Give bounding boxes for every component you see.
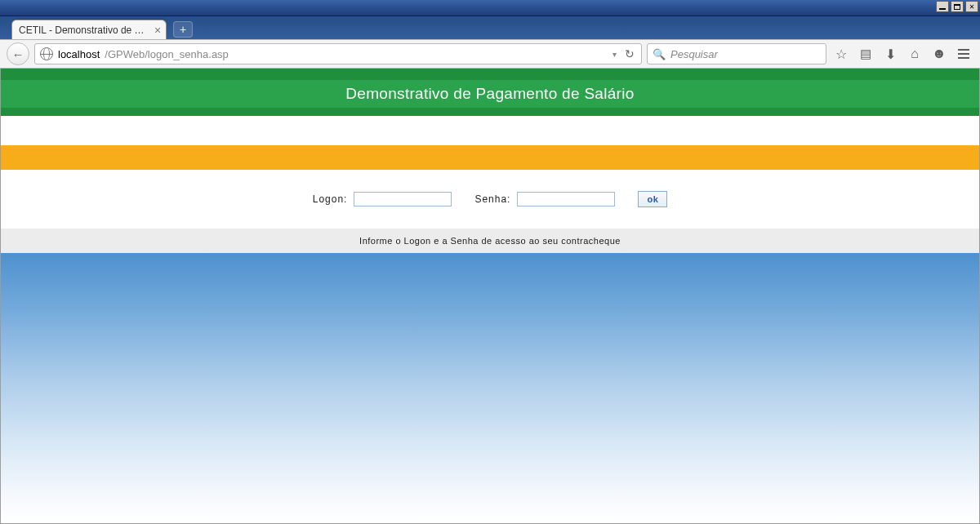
search-icon: 🔍 bbox=[653, 48, 666, 60]
browser-tabstrip: CETIL - Demonstrativo de Pageme... × + bbox=[0, 16, 980, 39]
login-form: Logon: Senha: ok bbox=[1, 170, 979, 229]
chat-icon[interactable]: ☻ bbox=[929, 44, 949, 64]
window-close-button[interactable]: ✕ bbox=[965, 1, 978, 12]
reading-list-icon[interactable]: ▤ bbox=[856, 44, 875, 64]
url-host: localhost bbox=[58, 48, 100, 60]
search-bar[interactable]: 🔍 bbox=[647, 43, 826, 64]
hint-bar: Informe o Logon e a Senha de acesso ao s… bbox=[1, 229, 979, 253]
search-input[interactable] bbox=[670, 48, 821, 60]
arrow-left-icon: ← bbox=[12, 47, 24, 61]
hamburger-icon bbox=[958, 49, 969, 59]
logon-label: Logon: bbox=[313, 193, 348, 205]
url-bar[interactable]: localhost/GPWeb/logon_senha.asp ▾ ↻ bbox=[34, 43, 642, 64]
logon-input[interactable] bbox=[354, 192, 452, 206]
globe-icon bbox=[40, 47, 53, 60]
header-band-bottom bbox=[1, 108, 979, 116]
spacer-white bbox=[1, 116, 979, 145]
downloads-icon[interactable]: ⬇ bbox=[880, 44, 900, 64]
menu-button[interactable] bbox=[954, 44, 973, 64]
home-icon[interactable]: ⌂ bbox=[905, 44, 924, 64]
window-maximize-button[interactable] bbox=[951, 1, 964, 12]
browser-toolbar: ← localhost/GPWeb/logon_senha.asp ▾ ↻ 🔍 … bbox=[0, 39, 980, 69]
hint-text: Informe o Logon e a Senha de acesso ao s… bbox=[359, 236, 621, 246]
page-title: Demonstrativo de Pagamento de Salário bbox=[345, 85, 634, 103]
url-path: /GPWeb/logon_senha.asp bbox=[105, 48, 229, 60]
new-tab-button[interactable]: + bbox=[173, 21, 193, 38]
window-controls: ✕ bbox=[936, 0, 980, 12]
nav-back-button[interactable]: ← bbox=[7, 42, 29, 65]
senha-label: Senha: bbox=[474, 193, 510, 205]
browser-tab-active[interactable]: CETIL - Demonstrativo de Pageme... × bbox=[11, 20, 167, 39]
senha-field-group: Senha: bbox=[474, 192, 615, 206]
submit-button[interactable]: ok bbox=[638, 191, 667, 207]
tab-close-icon[interactable]: × bbox=[154, 24, 161, 36]
page-title-band: Demonstrativo de Pagamento de Salário bbox=[1, 80, 979, 108]
browser-tab-title: CETIL - Demonstrativo de Pageme... bbox=[19, 24, 149, 36]
page-content: Demonstrativo de Pagamento de Salário Lo… bbox=[0, 69, 980, 524]
window-minimize-button[interactable] bbox=[936, 1, 949, 12]
header-band-top bbox=[1, 69, 979, 80]
url-dropdown-icon[interactable]: ▾ bbox=[611, 50, 618, 59]
yellow-band bbox=[1, 145, 979, 170]
reload-icon[interactable]: ↻ bbox=[623, 47, 636, 60]
background-gradient bbox=[1, 253, 979, 523]
logon-field-group: Logon: bbox=[313, 192, 452, 206]
window-titlebar: ✕ bbox=[0, 0, 980, 16]
bookmark-star-icon[interactable]: ☆ bbox=[831, 44, 851, 64]
senha-input[interactable] bbox=[517, 192, 615, 206]
